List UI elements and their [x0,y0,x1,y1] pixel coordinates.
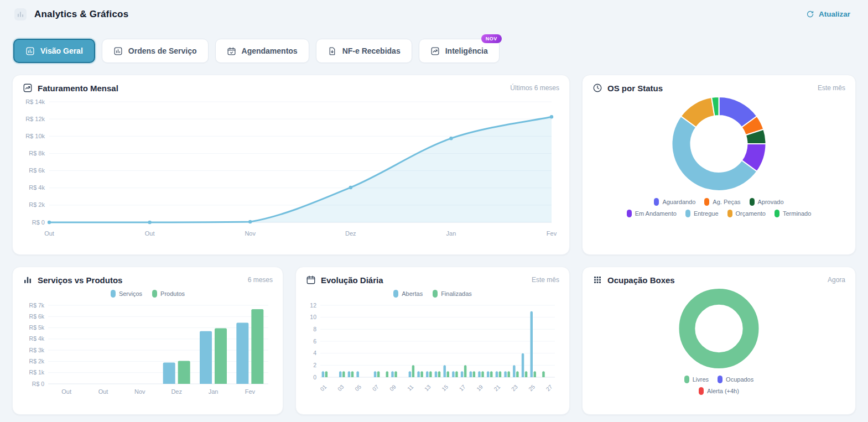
svg-text:07: 07 [371,383,380,392]
svg-text:R$ 5k: R$ 5k [29,324,45,331]
legend-marker [433,290,438,298]
svg-text:R$ 1k: R$ 1k [29,369,45,376]
legend-item[interactable]: Aprovado [750,198,784,206]
legend-marker [775,210,779,217]
legend-marker [111,290,116,298]
svg-text:15: 15 [440,383,449,392]
svg-text:8: 8 [313,326,316,332]
svg-text:R$ 2k: R$ 2k [29,358,45,364]
evolucao-diaria-bar-chart: 0246810120103050709111315171921232527 [306,299,559,398]
clock-icon [592,83,602,93]
trend-chart-icon [23,83,33,93]
legend-marker [727,210,732,217]
legend-item[interactable]: Terminado [775,210,811,217]
card-header: OS por Status Este mês [592,83,845,93]
legend-label: Entregue [694,210,719,217]
svg-text:Out: Out [98,388,108,395]
legend-marker [627,210,632,217]
bar-chart-svg: 0246810120103050709111315171921232527 [306,299,559,398]
card-evolucao-diaria: Evolução Diária Este mês AbertasFinaliza… [295,267,570,415]
card-header: Evolução Diária Este mês [306,275,559,285]
line-chart-svg: R$ 0R$ 2kR$ 4kR$ 6kR$ 8kR$ 10kR$ 12kR$ 1… [23,95,559,240]
tab-label: Ordens de Serviço [128,46,197,55]
svg-text:19: 19 [475,383,484,392]
svg-text:05: 05 [354,383,362,392]
legend-item[interactable]: Serviços [111,288,142,299]
svg-text:R$ 0: R$ 0 [32,381,44,387]
svg-text:17: 17 [458,383,467,392]
legend-marker [704,198,709,206]
legend-item[interactable]: Ag. Peças [704,198,740,206]
evolucao-legend: AbertasFinalizadas [306,288,559,299]
svg-text:R$ 3k: R$ 3k [29,347,45,353]
svg-text:01: 01 [319,383,328,392]
analytics-dashboard: Analytics & Gráficos Atualizar Visão Ger… [0,0,868,63]
refresh-label: Atualizar [819,10,850,18]
topbar-left: Analytics & Gráficos [14,8,128,20]
svg-text:03: 03 [336,383,345,392]
svg-text:6: 6 [313,338,316,345]
chart-bars-icon [113,46,123,56]
legend-item[interactable]: Orçamento [727,210,766,217]
tab-nfe-recebidas[interactable]: NF-e Recebidas [316,39,412,63]
tab-ordens-servico[interactable]: Ordens de Serviço [102,39,209,63]
legend-marker [718,376,723,383]
card-ocupacao-boxes: Ocupação Boxes Agora LivresOcupadosAlert… [582,267,856,415]
card-subtitle: Agora [828,276,845,284]
bar-chart-svg: R$ 0R$ 1kR$ 2kR$ 3kR$ 4kR$ 5kR$ 6kR$ 7kO… [23,299,273,398]
svg-text:Fev: Fev [547,230,557,237]
legend-item[interactable]: Produtos [152,288,185,299]
svg-text:25: 25 [528,383,537,392]
analytics-page-icon [14,8,27,20]
legend-item[interactable]: Em Andamento [627,210,677,217]
faturamento-line-chart: R$ 0R$ 2kR$ 4kR$ 6kR$ 8kR$ 10kR$ 12kR$ 1… [23,95,559,240]
svg-text:27: 27 [545,383,554,392]
legend-item[interactable]: Abertas [393,288,423,299]
legend-item[interactable]: Ocupados [718,376,753,383]
tab-visao-geral[interactable]: Visão Geral [13,39,95,63]
legend-marker [393,290,398,298]
svg-text:R$ 4k: R$ 4k [29,335,45,342]
svg-text:Fev: Fev [245,388,256,395]
legend-item[interactable]: Entregue [685,210,719,217]
card-faturamento-mensal: Faturamento Mensal Últimos 6 meses R$ 0R… [12,75,570,255]
svg-text:Dez: Dez [171,388,182,395]
tab-label: Agendamentos [242,46,298,55]
legend-item[interactable]: Finalizadas [433,288,472,299]
svg-text:R$ 8k: R$ 8k [29,150,45,157]
svg-text:Out: Out [44,230,54,237]
legend-label: Serviços [119,290,142,297]
os-status-legend: AguardandoAg. PeçasAprovadoEm AndamentoE… [625,198,813,217]
svg-text:4: 4 [313,350,316,356]
legend-label: Produtos [160,290,185,297]
legend-item[interactable]: Aguardando [654,198,695,206]
new-badge: NOV [481,34,502,43]
svg-text:Jan: Jan [446,230,456,237]
card-header: Ocupação Boxes Agora [592,275,845,285]
tab-inteligencia[interactable]: Inteligência NOV [419,39,500,63]
legend-marker [684,376,689,383]
trend-up-icon [430,46,440,56]
legend-item[interactable]: Livres [684,376,709,383]
svg-text:09: 09 [388,383,397,392]
card-header: Serviços vs Produtos 6 meses [23,275,273,285]
svg-text:12: 12 [310,302,316,309]
ocupacao-legend: LivresOcupadosAlerta (+4h) [661,376,777,395]
refresh-button[interactable]: Atualizar [803,8,854,20]
os-status-donut-chart [592,95,845,192]
svg-text:Out: Out [145,230,155,237]
tab-agendamentos[interactable]: Agendamentos [215,39,309,63]
legend-label: Finalizadas [441,290,472,297]
card-title: Ocupação Boxes [607,275,675,285]
card-servicos-vs-produtos: Serviços vs Produtos 6 meses ServiçosPro… [12,267,283,415]
legend-label: Ag. Peças [713,199,740,205]
mini-bars-icon [23,275,33,285]
legend-item[interactable]: Alerta (+4h) [699,387,739,395]
legend-marker [654,198,659,206]
svg-text:R$ 0: R$ 0 [32,219,45,226]
ocupacao-donut-chart [592,287,845,370]
card-subtitle: Este mês [532,276,559,284]
tab-bar: Visão Geral Ordens de Serviço Agendament… [13,39,855,63]
svg-text:R$ 6k: R$ 6k [29,313,45,320]
legend-label: Em Andamento [635,210,677,217]
